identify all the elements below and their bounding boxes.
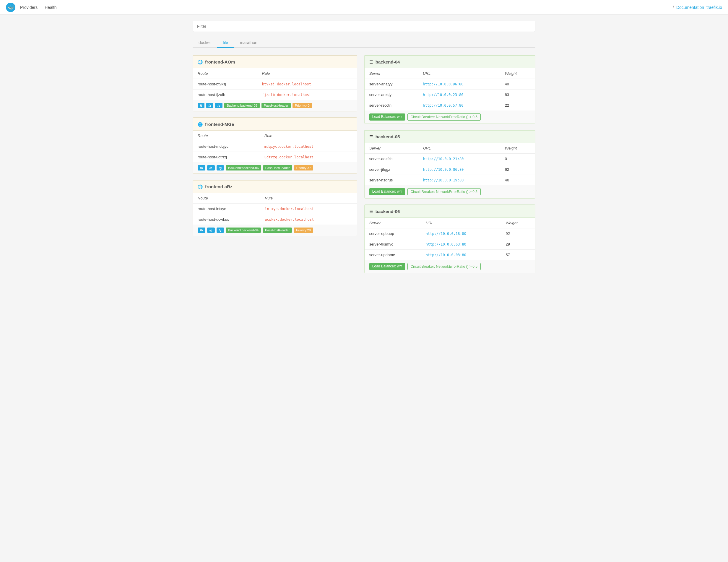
nav-health[interactable]: Health [45, 5, 56, 10]
tab-docker[interactable]: docker [193, 38, 217, 48]
server-url: http://10.0.0.18:80 [421, 228, 501, 239]
server-weight: 40 [500, 79, 535, 90]
table-row: route-host-udtrzq udtrzq.docker.localhos… [193, 152, 357, 163]
lb-badge: Load Balancer: wrr [369, 113, 405, 121]
lb-badge: Load Balancer: wrr [369, 263, 405, 270]
route-rule: lntxye.docker.localhost [260, 204, 357, 214]
server-weight: 92 [501, 228, 535, 239]
tag-passhost: PassHostHeader [261, 103, 291, 108]
server-url: http://10.0.0.96:80 [418, 79, 500, 90]
frontend-mge-table: Route Rule route-host-mdqiyc mdqiyc.dock… [193, 131, 357, 162]
table-row: route-host-btvksj btvksj.docker.localhos… [193, 79, 357, 90]
tag-backend: Backend:backend-06 [226, 165, 261, 170]
col-url: URL [421, 218, 501, 228]
server-name: server-arekjy [365, 90, 418, 100]
tag-priority: Priority:29 [294, 228, 313, 233]
route-name: route-host-ucwksx [193, 214, 260, 225]
server-weight: 83 [500, 90, 535, 100]
tag-z: /z [206, 103, 214, 108]
col-rule: Rule [257, 68, 357, 79]
header-right: / Documentation traefik.io [673, 5, 722, 10]
tag-passhost: PassHostHeader [263, 165, 292, 170]
frontend-card-aom: 🌐 frontend-AOm Route Rule route-host-btv… [193, 55, 357, 111]
col-weight: Weight [500, 143, 535, 154]
tag-s: /s [215, 103, 222, 108]
nav-providers[interactable]: Providers [20, 5, 38, 10]
table-row: route-host-mdqiyc mdqiyc.docker.localhos… [193, 141, 357, 152]
logo: 🐳 [6, 3, 15, 12]
table-row: server-rscctn http://10.0.0.57:80 22 [365, 100, 535, 111]
filter-input[interactable] [193, 21, 535, 32]
backend-04-header: ☰ backend-04 [365, 56, 535, 68]
route-rule: ucwksx.docker.localhost [260, 214, 357, 225]
server-name: server-anatyy [365, 79, 418, 90]
backend-06-table: Server URL Weight server-opbuop http://1… [365, 218, 535, 260]
server-icon: ☰ [369, 60, 373, 64]
server-url: http://10.0.0.21:80 [418, 154, 500, 164]
backends-column: ☰ backend-04 Server URL Weight server-an… [364, 55, 535, 279]
globe-icon: 🌐 [198, 122, 203, 127]
col-server: Server [365, 143, 418, 154]
table-row: server-opbuop http://10.0.0.18:80 92 [365, 228, 535, 239]
col-rule: Rule [260, 131, 357, 141]
tag-b: /b [198, 228, 205, 233]
tag-backend: Backend:backend-05 [224, 103, 259, 108]
tag-o: /o [198, 165, 205, 170]
route-name: route-host-mdqiyc [193, 141, 260, 152]
table-row: server-jifqgz http://10.0.0.86:80 62 [365, 164, 535, 175]
server-icon: ☰ [369, 209, 373, 214]
separator: / [673, 5, 674, 10]
cb-badge: Circuit Breaker: NetworkErrorRatio () > … [407, 113, 481, 121]
col-url: URL [418, 143, 500, 154]
server-name: server-jifqgz [365, 164, 418, 175]
backend-card-06: ☰ backend-06 Server URL Weight server-op… [364, 204, 535, 273]
documentation-link[interactable]: Documentation [676, 5, 704, 10]
col-route: Route [193, 193, 260, 204]
route-rule: mdqiyc.docker.localhost [260, 141, 357, 152]
cb-badge: Circuit Breaker: NetworkErrorRatio () > … [407, 188, 481, 195]
frontend-arz-header: 🌐 frontend-aRz [193, 181, 357, 193]
content-columns: 🌐 frontend-AOm Route Rule route-host-btv… [193, 55, 535, 279]
col-server: Server [365, 218, 421, 228]
backend-06-footer: Load Balancer: wrr Circuit Breaker: Netw… [365, 260, 535, 273]
cb-badge: Circuit Breaker: NetworkErrorRatio () > … [407, 263, 481, 270]
tag-g: /g [207, 228, 215, 233]
svg-text:🐳: 🐳 [7, 4, 14, 11]
tag-t: /t [198, 103, 204, 108]
server-name: server-rscctn [365, 100, 418, 111]
tag-passhost: PassHostHeader [263, 228, 292, 233]
frontend-arz-table: Route Rule route-host-lntxye lntxye.dock… [193, 193, 357, 225]
tab-file[interactable]: file [217, 38, 234, 48]
frontend-aom-header: 🌐 frontend-AOm [193, 56, 357, 68]
col-route: Route [193, 68, 257, 79]
server-url: http://10.0.0.57:80 [418, 100, 500, 111]
server-url: http://10.0.0.63:80 [421, 239, 501, 250]
server-weight: 40 [500, 175, 535, 186]
frontend-arz-tags: /b /g /y Backend:backend-04 PassHostHead… [193, 225, 357, 236]
tag-y: /y [217, 228, 224, 233]
tag-backend: Backend:backend-04 [226, 228, 261, 233]
frontend-aom-title: frontend-AOm [205, 59, 235, 64]
traefik-link[interactable]: traefik.io [706, 5, 722, 10]
backend-05-table: Server URL Weight server-aozfzb http://1… [365, 143, 535, 185]
route-rule: fjzalb.docker.localhost [257, 90, 357, 100]
backend-05-header: ☰ backend-05 [365, 131, 535, 143]
table-row: server-updome http://10.0.0.03:80 57 [365, 250, 535, 260]
server-url: http://10.0.0.03:80 [421, 250, 501, 260]
server-url: http://10.0.0.19:80 [418, 175, 500, 186]
col-weight: Weight [501, 218, 535, 228]
server-name: server-tksmvo [365, 239, 421, 250]
backend-card-04: ☰ backend-04 Server URL Weight server-an… [364, 55, 535, 124]
table-row: route-host-lntxye lntxye.docker.localhos… [193, 204, 357, 214]
frontend-mge-title: frontend-MGe [205, 122, 234, 127]
col-route: Route [193, 131, 260, 141]
frontend-arz-title: frontend-aRz [205, 184, 233, 189]
col-server: Server [365, 68, 418, 79]
server-weight: 22 [500, 100, 535, 111]
backend-04-footer: Load Balancer: wrr Circuit Breaker: Netw… [365, 111, 535, 124]
col-url: URL [418, 68, 500, 79]
route-name: route-host-btvksj [193, 79, 257, 90]
table-row: route-host-fjzalb fjzalb.docker.localhos… [193, 90, 357, 100]
backend-06-title: backend-06 [376, 209, 400, 214]
tab-marathon[interactable]: marathon [234, 38, 263, 48]
